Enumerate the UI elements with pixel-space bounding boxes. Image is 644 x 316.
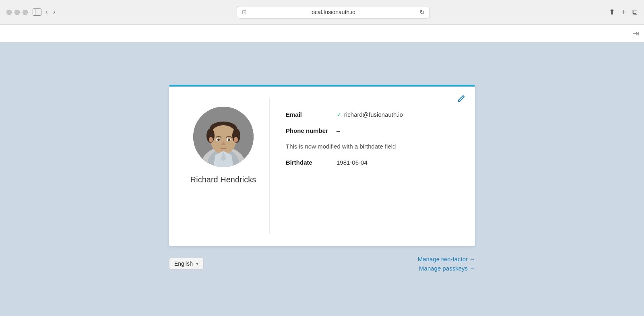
maximize-window-button[interactable] bbox=[23, 10, 28, 15]
profile-right: Email ✓ richard@fusionauth.io Phone numb… bbox=[270, 99, 463, 234]
email-row: Email ✓ richard@fusionauth.io bbox=[286, 111, 451, 118]
svg-point-16 bbox=[228, 138, 230, 141]
address-bar[interactable]: ⊡ local.fusionauth.io ↻ bbox=[237, 6, 430, 19]
external-link-icon[interactable]: ⇥ bbox=[632, 29, 639, 38]
manage-passkeys-label: Manage passkeys bbox=[419, 265, 468, 272]
phone-label: Phone number bbox=[286, 127, 330, 134]
new-tab-button[interactable]: + bbox=[621, 8, 626, 17]
browser-actions: ⬆ + ⧉ bbox=[609, 8, 638, 17]
avatar bbox=[193, 107, 254, 167]
phone-row: Phone number – bbox=[286, 127, 451, 134]
birthdate-label: Birthdate bbox=[286, 159, 330, 166]
svg-point-11 bbox=[209, 137, 213, 143]
email-value: ✓ richard@fusionauth.io bbox=[336, 111, 403, 118]
birthdate-value: 1981-06-04 bbox=[336, 159, 367, 166]
sidebar-toggle-button[interactable] bbox=[33, 8, 41, 16]
phone-value: – bbox=[336, 127, 340, 134]
page-area: Richard Hendricks Email ✓ richard@fusion… bbox=[0, 42, 644, 316]
address-bar-icon: ⊡ bbox=[242, 9, 247, 15]
back-button[interactable]: ‹ bbox=[44, 8, 49, 16]
email-text: richard@fusionauth.io bbox=[344, 111, 403, 118]
language-selector[interactable]: English ▾ bbox=[169, 258, 204, 270]
footer-links: Manage two-factor → Manage passkeys → bbox=[418, 256, 475, 272]
browser-titlebar: ‹ › ⊡ local.fusionauth.io ↻ ⬆ + ⧉ bbox=[0, 0, 644, 24]
profile-card: Richard Hendricks Email ✓ richard@fusion… bbox=[169, 85, 475, 246]
share-button[interactable]: ⬆ bbox=[609, 8, 615, 17]
svg-point-15 bbox=[217, 138, 220, 141]
svg-point-12 bbox=[234, 137, 238, 143]
manage-two-factor-link[interactable]: Manage two-factor → bbox=[418, 256, 475, 262]
browser-chrome: ‹ › ⊡ local.fusionauth.io ↻ ⬆ + ⧉ bbox=[0, 0, 644, 25]
reload-button[interactable]: ↻ bbox=[419, 8, 425, 16]
manage-two-factor-label: Manage two-factor bbox=[418, 256, 468, 262]
address-bar-wrapper: ⊡ local.fusionauth.io ↻ bbox=[62, 6, 605, 19]
close-window-button[interactable] bbox=[6, 10, 12, 15]
minimize-window-button[interactable] bbox=[14, 10, 20, 15]
verified-icon: ✓ bbox=[336, 111, 342, 118]
browser-content: ⇥ bbox=[0, 25, 644, 316]
browser-controls: ‹ › bbox=[33, 8, 57, 16]
forward-button[interactable]: › bbox=[52, 8, 57, 16]
url-text: local.fusionauth.io bbox=[250, 9, 416, 15]
traffic-lights bbox=[6, 10, 28, 15]
arrow-right-icon-2: → bbox=[469, 265, 475, 272]
arrow-right-icon: → bbox=[469, 256, 475, 262]
profile-name: Richard Hendricks bbox=[190, 175, 256, 184]
manage-passkeys-link[interactable]: Manage passkeys → bbox=[419, 265, 475, 272]
page-footer: English ▾ Manage two-factor → Manage pas… bbox=[169, 254, 475, 273]
profile-left: Richard Hendricks bbox=[181, 99, 270, 234]
svg-point-8 bbox=[211, 125, 235, 143]
card-body: Richard Hendricks Email ✓ richard@fusion… bbox=[169, 87, 475, 246]
birthdate-row: Birthdate 1981-06-04 bbox=[286, 159, 451, 166]
email-label: Email bbox=[286, 111, 330, 118]
copy-tab-button[interactable]: ⧉ bbox=[632, 8, 638, 17]
chevron-down-icon: ▾ bbox=[196, 261, 198, 266]
browser-toolbar: ⇥ bbox=[0, 25, 644, 42]
edit-button[interactable] bbox=[456, 93, 467, 106]
note-text: This is now modified with a birthdate fi… bbox=[286, 143, 451, 150]
language-label: English bbox=[174, 260, 193, 267]
